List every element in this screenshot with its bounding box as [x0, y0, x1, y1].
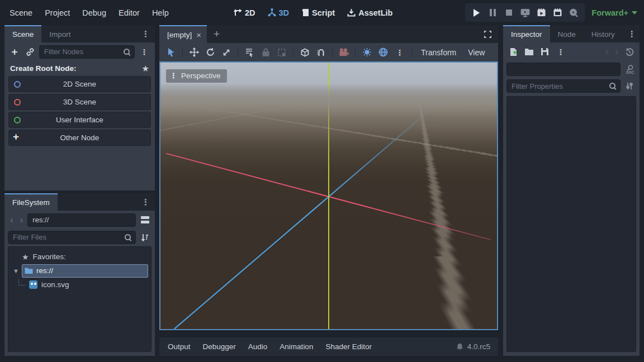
playback-controls	[465, 3, 585, 22]
scene-panel-menu-button[interactable]: ⋮	[136, 30, 155, 38]
menu-editor[interactable]: Editor	[112, 0, 146, 25]
save-resource-button[interactable]	[538, 45, 551, 59]
bottom-tab-shader-editor[interactable]: Shader Editor	[319, 342, 378, 351]
switch-3d-button[interactable]: 3D	[263, 0, 294, 25]
expand-viewport-button[interactable]	[477, 25, 498, 43]
version-label: 4.0.rc5	[467, 342, 490, 351]
file-label: icon.svg	[41, 280, 69, 289]
chevron-down-icon[interactable]: ▼	[13, 268, 19, 274]
switch-2d-button[interactable]: 2D	[229, 0, 260, 25]
scale-mode-button[interactable]	[220, 46, 233, 59]
transform-menu[interactable]: Transform	[416, 48, 461, 57]
new-resource-button[interactable]	[506, 45, 520, 59]
movie-maker-button[interactable]	[566, 6, 581, 20]
user-interface-label: User Interface	[9, 116, 150, 124]
main-menubar: Scene Project Debug Editor Help 2D 3D Sc…	[0, 0, 644, 25]
camera-preview-button[interactable]	[337, 46, 351, 59]
pause-button[interactable]	[485, 6, 500, 20]
bottom-tab-audio[interactable]: Audio	[242, 342, 274, 351]
2d-label: 2D	[245, 8, 255, 17]
add-node-button[interactable]: +	[8, 45, 21, 59]
object-history-button[interactable]	[623, 45, 636, 59]
3d-viewport[interactable]: ⋮ Perspective	[159, 61, 498, 330]
toggle-environment-button[interactable]	[376, 46, 390, 59]
svg-text:DOC: DOC	[626, 70, 634, 74]
snap-object-button[interactable]	[298, 46, 311, 59]
search-icon	[123, 48, 131, 56]
filter-nodes-wrap	[39, 45, 135, 59]
switch-script-button[interactable]: Script	[297, 0, 339, 25]
nav-forward-button[interactable]: ›	[18, 215, 26, 225]
filter-properties-input[interactable]	[506, 79, 621, 93]
menu-scene[interactable]: Scene	[3, 0, 39, 25]
history-back-button[interactable]: ‹	[603, 47, 611, 56]
scene-extra-menu-button[interactable]: ⋮	[137, 47, 151, 56]
perspective-menu[interactable]: ⋮ Perspective	[166, 69, 227, 83]
menu-debug[interactable]: Debug	[76, 0, 112, 25]
list-select-button[interactable]	[243, 46, 256, 59]
add-scene-tab-button[interactable]: +	[207, 25, 226, 43]
stop-icon	[506, 9, 512, 16]
resource-extra-menu-button[interactable]: ⋮	[553, 47, 568, 56]
close-icon[interactable]: ×	[196, 30, 201, 40]
doc-search-icon: DOC	[624, 64, 635, 75]
resource-name-wrap	[506, 63, 621, 76]
res-root-row[interactable]: ▼ res://	[8, 264, 151, 278]
toggle-split-mode-button[interactable]	[138, 213, 151, 227]
bottom-tab-output[interactable]: Output	[162, 342, 197, 351]
select-mode-button[interactable]	[164, 46, 178, 59]
tab-inspector[interactable]: Inspector	[503, 25, 550, 42]
play-scene-button[interactable]	[534, 6, 548, 20]
nav-back-button[interactable]: ‹	[8, 215, 16, 225]
property-tools-button[interactable]	[623, 79, 636, 93]
rotate-mode-button[interactable]	[203, 46, 217, 59]
tab-filesystem[interactable]: FileSystem	[4, 193, 58, 211]
play-custom-scene-button[interactable]	[550, 6, 565, 20]
bottom-tab-debugger[interactable]: Debugger	[197, 342, 242, 351]
history-forward-button[interactable]: ›	[613, 47, 621, 56]
remote-debug-button[interactable]	[518, 6, 532, 20]
file-row-icon-svg[interactable]: icon.svg	[8, 278, 151, 292]
create-2d-scene-button[interactable]: 2D Scene	[8, 76, 151, 92]
menu-project[interactable]: Project	[39, 0, 76, 25]
create-other-node-button[interactable]: + Other Node	[8, 130, 151, 146]
stop-button[interactable]	[501, 6, 516, 20]
create-user-interface-button[interactable]: User Interface	[8, 112, 151, 128]
sun-env-settings-button[interactable]: ⋮	[392, 48, 407, 57]
bottom-tab-animation[interactable]: Animation	[273, 342, 319, 351]
filesystem-menu-button[interactable]: ⋮	[136, 198, 155, 206]
scene-tab-empty[interactable]: [empty] ×	[159, 25, 207, 43]
inspector-filter-row	[503, 78, 640, 94]
filter-files-input[interactable]	[8, 231, 136, 244]
instance-scene-button[interactable]	[23, 45, 37, 59]
menu-help[interactable]: Help	[146, 0, 175, 25]
notification-bell-icon[interactable]	[456, 343, 463, 351]
camera-icon	[339, 48, 349, 56]
use-snap-button[interactable]	[314, 46, 328, 59]
toggle-sun-button[interactable]	[360, 46, 373, 59]
assetlib-icon	[347, 8, 356, 17]
group-selected-button[interactable]	[275, 46, 288, 59]
open-docs-button[interactable]: DOC	[623, 63, 636, 76]
move-mode-button[interactable]	[187, 46, 201, 59]
filter-nodes-input[interactable]	[39, 45, 135, 59]
tab-scene[interactable]: Scene	[4, 25, 41, 42]
resource-name-field[interactable]	[506, 63, 621, 76]
switch-assetlib-button[interactable]: AssetLib	[343, 0, 397, 25]
tab-history[interactable]: History	[584, 25, 623, 42]
renderer-selector[interactable]: Forward+	[591, 0, 637, 25]
view-menu[interactable]: View	[463, 48, 489, 57]
play-button[interactable]	[469, 6, 484, 20]
path-bar[interactable]	[27, 213, 136, 227]
tune-sliders-icon	[625, 82, 634, 90]
sort-files-button[interactable]	[138, 231, 151, 244]
inspector-menu-button[interactable]: ⋮	[623, 30, 641, 38]
tab-node[interactable]: Node	[550, 25, 584, 42]
create-3d-scene-button[interactable]: 3D Scene	[8, 94, 151, 110]
load-resource-button[interactable]	[522, 45, 536, 59]
lock-selected-button[interactable]	[259, 46, 272, 59]
tab-import[interactable]: Import	[41, 25, 78, 42]
favorites-row[interactable]: ★ Favorites:	[8, 250, 151, 264]
filesystem-nav-row: ‹ ›	[4, 211, 155, 229]
favorites-star-icon[interactable]: ★	[142, 64, 149, 74]
